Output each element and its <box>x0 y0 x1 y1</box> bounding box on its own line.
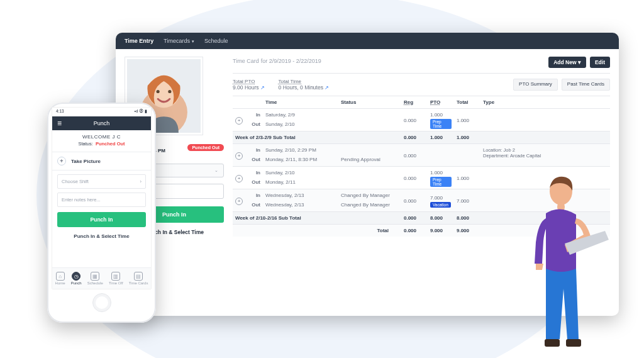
status-badge: Punched Out <box>187 144 224 151</box>
home-button[interactable] <box>92 293 111 312</box>
nav-timeoff[interactable]: ▥Time Off <box>109 272 123 285</box>
svg-point-3 <box>157 90 160 93</box>
svg-point-4 <box>168 90 171 93</box>
phone-punch-in-button[interactable]: Punch In <box>57 212 146 227</box>
phone-app-header: ≡ Punch <box>52 116 151 130</box>
edit-button[interactable]: Edit <box>590 57 610 68</box>
total-time-label: Total Time <box>279 79 329 84</box>
top-nav: Time Entry Timecards▾ Schedule <box>116 33 619 49</box>
external-icon[interactable]: ↗ <box>325 85 329 91</box>
expand-icon[interactable]: + <box>235 117 243 125</box>
hamburger-icon[interactable]: ≡ <box>57 119 62 128</box>
nav-schedule[interactable]: Schedule <box>204 38 228 44</box>
nav-schedule[interactable]: ▦Schedule <box>87 272 103 285</box>
phone-status-bar: 4:13 •ıl ⦿ ▮ <box>52 108 151 116</box>
nav-timecards[interactable]: Timecards▾ <box>164 38 194 44</box>
nav-punch[interactable]: ◷Punch <box>71 272 82 285</box>
nav-timecards[interactable]: ▤Time Cards <box>129 272 148 285</box>
timecard-title: Time Card for 2/9/2019 - 2/22/2019 <box>233 57 321 64</box>
past-time-cards-button[interactable]: Past Time Cards <box>562 79 610 91</box>
expand-icon[interactable]: + <box>235 198 243 205</box>
svg-rect-9 <box>566 339 581 347</box>
chevron-down-icon: ⌄ <box>214 168 218 173</box>
table-row: + In Sunday, 2/10, 2:29 PM 0.000 Locatio… <box>233 144 610 155</box>
calendar-icon: ▦ <box>91 272 99 281</box>
svg-rect-8 <box>545 339 560 347</box>
take-picture-row[interactable]: + Take Picture <box>52 152 151 171</box>
phone-punch-select-link[interactable]: Punch In & Select Time <box>52 227 151 245</box>
subtotal-row: Week of 2/3-2/9 Sub Total 0.0001.0001.00… <box>233 131 610 144</box>
chevron-down-icon: ▾ <box>578 59 581 65</box>
nav-home[interactable]: ⌂Home <box>55 272 65 285</box>
nav-time-entry[interactable]: Time Entry <box>125 38 153 44</box>
add-new-button[interactable]: Add New ▾ <box>548 57 586 68</box>
timeoff-icon: ▥ <box>111 272 120 281</box>
clock-icon: ◷ <box>72 272 80 281</box>
home-icon: ⌂ <box>56 272 65 281</box>
choose-shift-field[interactable]: Choose Shift › <box>57 174 146 189</box>
total-pto-label: Total PTO <box>233 79 265 84</box>
phone-screen: 4:13 •ıl ⦿ ▮ ≡ Punch WELCOME J C Status:… <box>52 107 152 289</box>
plus-icon: + <box>57 157 66 165</box>
welcome-text: WELCOME J C <box>52 130 151 141</box>
expand-icon[interactable]: + <box>235 152 243 160</box>
pto-summary-button[interactable]: PTO Summary <box>513 79 558 91</box>
chevron-down-icon: ▾ <box>192 39 194 44</box>
person-illustration <box>523 169 630 358</box>
expand-icon[interactable]: + <box>235 175 243 182</box>
external-icon[interactable]: ↗ <box>260 85 265 91</box>
phone-device: 4:13 •ıl ⦿ ▮ ≡ Punch WELCOME J C Status:… <box>47 103 156 323</box>
phone-status: Status: Punched Out <box>52 141 151 147</box>
phone-header-title: Punch <box>52 120 151 126</box>
table-row: + In Saturday, 2/9 0.000 1.000Prep Time … <box>233 109 610 120</box>
phone-bottom-nav: ⌂Home ◷Punch ▦Schedule ▥Time Off ▤Time C… <box>52 267 151 289</box>
chevron-right-icon: › <box>140 179 142 184</box>
timecards-icon: ▤ <box>134 272 143 281</box>
notes-field[interactable]: Enter notes here... <box>57 193 146 207</box>
